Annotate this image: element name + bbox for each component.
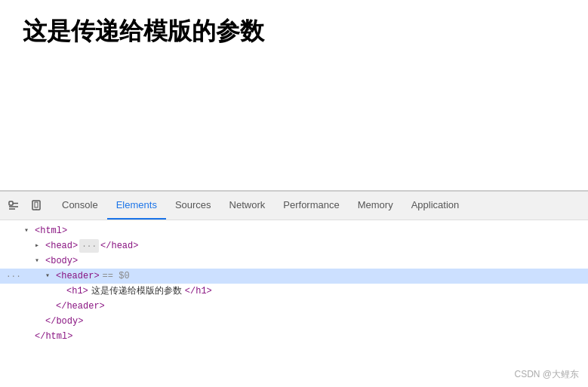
tab-console[interactable]: Console [53,192,107,220]
dom-line-body-close[interactable]: </body> [0,314,588,329]
page-content: 这是传递给模版的参数 [0,0,588,191]
devtools-tabs: Console Elements Sources Network Perform… [53,192,468,220]
triangle-body[interactable] [35,254,45,268]
svg-point-6 [35,208,36,209]
triangle-html[interactable] [24,224,35,238]
tab-elements[interactable]: Elements [107,192,166,220]
triangle-header[interactable] [45,269,56,283]
device-icon[interactable] [26,195,47,217]
devtools-panel: Console Elements Sources Network Perform… [0,191,588,387]
dom-line-header[interactable]: ··· <header> == $0 [0,269,588,284]
page-heading: 这是传递给模版的参数 [23,15,565,48]
triangle-head[interactable] [35,239,45,253]
devtools-dom-tree[interactable]: <html> <head> ··· </head> <body> ··· <he… [0,220,588,387]
svg-rect-0 [9,201,13,205]
dom-line-h1[interactable]: <h1> 这是传递给模版的参数 </h1> [0,284,588,299]
dom-line-html-open[interactable]: <html> [0,223,588,238]
dom-line-head[interactable]: <head> ··· </head> [0,238,588,253]
tab-application[interactable]: Application [402,192,469,220]
inspector-icon[interactable] [3,195,24,217]
svg-rect-5 [35,202,38,207]
tab-network[interactable]: Network [220,192,275,220]
devtools-toolbar: Console Elements Sources Network Perform… [0,192,588,220]
tab-sources[interactable]: Sources [166,192,220,220]
devtools-icon-group [3,195,47,217]
dom-line-html-close[interactable]: </html> [0,329,588,344]
dom-line-header-close[interactable]: </header> [0,299,588,314]
tab-memory[interactable]: Memory [349,192,402,220]
dom-line-body-open[interactable]: <body> [0,253,588,269]
csdn-watermark: CSDN @大鲤东 [514,368,579,381]
tab-performance[interactable]: Performance [274,192,348,220]
